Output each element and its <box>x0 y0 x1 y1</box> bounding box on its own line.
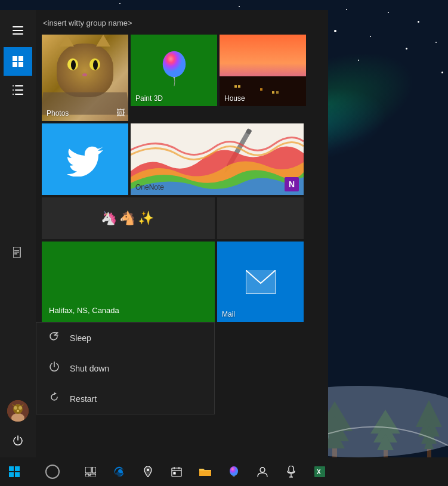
sleep-icon <box>48 331 60 345</box>
svg-rect-6 <box>18 62 23 67</box>
svg-rect-42 <box>15 466 20 471</box>
shutdown-button[interactable]: Shut down <box>36 353 214 383</box>
svg-rect-10 <box>13 89 14 91</box>
edge-icon <box>114 466 125 477</box>
search-button[interactable] <box>29 457 76 486</box>
calendar-button[interactable] <box>162 457 191 486</box>
empty-tile <box>217 197 304 239</box>
svg-text:X: X <box>317 469 321 475</box>
sidebar-tiles-button[interactable] <box>4 47 32 76</box>
svg-rect-44 <box>15 472 20 477</box>
excel-button[interactable]: X <box>305 457 334 486</box>
folder-icon <box>199 467 211 476</box>
user-avatar[interactable] <box>7 400 29 422</box>
svg-rect-34 <box>272 91 274 94</box>
sleep-label: Sleep <box>70 333 91 343</box>
svg-rect-48 <box>90 474 96 476</box>
taskview-icon <box>85 467 96 476</box>
onenote-tile[interactable]: OneNote N <box>131 123 304 195</box>
svg-rect-32 <box>238 85 240 88</box>
excel-icon: X <box>314 466 325 477</box>
hamburger-menu-button[interactable] <box>4 16 32 45</box>
photos-tile-label: Photos <box>47 109 69 117</box>
shutdown-label: Shut down <box>70 364 109 373</box>
paint3d-tile-label: Paint 3D <box>135 94 163 103</box>
house-tile-label: House <box>224 94 245 103</box>
emoji-content: 🦄🐴✨ <box>101 211 156 226</box>
svg-rect-16 <box>14 253 17 255</box>
svg-rect-35 <box>276 91 279 94</box>
svg-rect-5 <box>13 62 17 67</box>
star <box>370 36 371 37</box>
paint3d-tile[interactable]: Paint 3D <box>131 35 217 106</box>
svg-point-49 <box>147 469 149 471</box>
maps-icon <box>143 466 153 477</box>
star <box>441 72 443 73</box>
power-icon <box>48 361 60 375</box>
emoji-tile[interactable]: 🦄🐴✨ <box>42 197 215 239</box>
photos-tile-icon: 🖼 <box>116 108 125 117</box>
windows-logo <box>9 466 20 477</box>
people-button[interactable] <box>248 457 277 486</box>
start-menu-sidebar <box>0 10 36 457</box>
svg-rect-15 <box>14 252 19 253</box>
paint3d-taskbar-button[interactable] <box>220 457 248 486</box>
svg-rect-9 <box>15 89 23 91</box>
restart-icon <box>48 392 60 405</box>
weather-city-label: Halifax, NS, Canada <box>49 306 119 315</box>
star <box>406 48 407 49</box>
mail-tile-label: Mail <box>222 310 235 318</box>
voice-button[interactable] <box>277 457 305 486</box>
svg-point-56 <box>260 468 265 472</box>
svg-rect-54 <box>174 472 175 474</box>
svg-rect-8 <box>13 85 14 86</box>
svg-rect-1 <box>13 30 23 31</box>
house-tile[interactable]: House <box>220 35 306 106</box>
svg-rect-47 <box>85 474 89 476</box>
twitter-tile[interactable] <box>42 123 128 195</box>
group-header[interactable]: <insert witty group name> <box>42 16 322 30</box>
cortana-circle <box>45 465 60 479</box>
star <box>358 60 359 61</box>
sidebar-power-button[interactable] <box>4 426 32 455</box>
sidebar-list-button[interactable] <box>4 76 32 104</box>
star <box>418 21 419 23</box>
restart-button[interactable]: Restart <box>36 383 214 414</box>
weather-tile[interactable]: Halifax, NS, Canada <box>42 242 215 322</box>
people-icon <box>257 466 268 477</box>
svg-point-55 <box>230 466 238 476</box>
svg-rect-33 <box>260 88 262 91</box>
taskbar: X <box>0 457 448 486</box>
edge-button[interactable] <box>105 457 134 486</box>
svg-rect-11 <box>15 94 23 95</box>
sleep-button[interactable]: Sleep <box>36 323 214 353</box>
power-menu: Sleep Shut down Restart <box>36 322 215 414</box>
svg-rect-4 <box>18 56 23 61</box>
svg-rect-28 <box>259 82 270 106</box>
svg-rect-41 <box>9 466 14 471</box>
star <box>119 3 121 4</box>
star <box>239 6 240 7</box>
microphone-icon <box>287 466 295 478</box>
svg-point-24 <box>162 51 186 78</box>
svg-rect-7 <box>15 85 23 86</box>
svg-rect-43 <box>9 472 14 477</box>
svg-rect-46 <box>92 467 96 473</box>
sidebar-file-button[interactable] <box>4 238 32 267</box>
maps-button[interactable] <box>134 457 162 486</box>
svg-point-23 <box>17 410 19 412</box>
svg-rect-29 <box>271 87 289 106</box>
svg-point-22 <box>18 406 22 410</box>
file-explorer-button[interactable] <box>191 457 220 486</box>
paint3d-taskbar-icon <box>228 466 239 477</box>
star <box>346 9 347 10</box>
taskview-button[interactable] <box>76 457 105 486</box>
mail-tile[interactable]: Mail <box>217 242 304 322</box>
star <box>435 42 437 43</box>
svg-rect-50 <box>172 468 181 476</box>
onenote-icon: N <box>285 177 299 191</box>
photos-tile[interactable]: Photos 🖼 <box>42 35 128 121</box>
svg-rect-12 <box>13 94 14 95</box>
start-button[interactable] <box>0 457 29 486</box>
svg-rect-30 <box>290 81 306 106</box>
